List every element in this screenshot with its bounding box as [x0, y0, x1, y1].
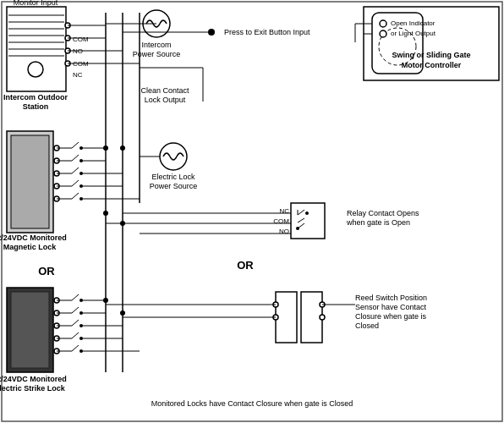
- svg-text:OR: OR: [38, 265, 55, 277]
- svg-point-144: [120, 146, 125, 151]
- svg-point-24: [208, 29, 215, 36]
- svg-text:12/24VDC Monitored: 12/24VDC Monitored: [0, 233, 67, 242]
- svg-rect-91: [291, 203, 325, 239]
- svg-point-29: [380, 30, 386, 37]
- svg-text:NC: NC: [73, 71, 83, 79]
- svg-text:Power Source: Power Source: [150, 182, 198, 190]
- svg-text:Closure when gate is: Closure when gate is: [355, 312, 427, 321]
- svg-text:NC: NC: [279, 207, 289, 215]
- svg-text:OR: OR: [237, 259, 254, 272]
- svg-text:COM: COM: [273, 217, 289, 225]
- svg-text:12/24VDC Monitored: 12/24VDC Monitored: [0, 375, 67, 383]
- svg-text:Intercom: Intercom: [141, 41, 171, 49]
- svg-text:COM: COM: [73, 36, 89, 43]
- svg-point-147: [103, 298, 108, 303]
- svg-text:Electric Strike Lock: Electric Strike Lock: [0, 384, 66, 393]
- svg-rect-60: [11, 292, 49, 368]
- svg-point-9: [28, 62, 43, 77]
- svg-text:Magnetic Lock: Magnetic Lock: [3, 243, 58, 251]
- wiring-diagram: Monitor Input COM NO COM NC Intercom Out…: [0, 0, 504, 423]
- svg-text:Electric Lock: Electric Lock: [151, 173, 195, 181]
- svg-text:or Light Output: or Light Output: [391, 30, 436, 37]
- svg-text:Relay Contact Opens: Relay Contact Opens: [347, 209, 419, 217]
- svg-text:Swing or Sliding Gate: Swing or Sliding Gate: [392, 51, 470, 59]
- svg-text:Press to Exit Button Input: Press to Exit Button Input: [224, 28, 310, 36]
- svg-text:when gate is Open: when gate is Open: [346, 218, 410, 227]
- svg-point-145: [103, 211, 108, 216]
- svg-point-143: [103, 146, 108, 151]
- svg-text:Clean Contact: Clean Contact: [140, 86, 189, 95]
- svg-point-106: [320, 315, 325, 320]
- svg-text:NO: NO: [279, 228, 289, 235]
- svg-text:Reed Switch Position: Reed Switch Position: [355, 294, 427, 302]
- svg-text:Closed: Closed: [355, 321, 379, 330]
- svg-text:Open Indicator: Open Indicator: [391, 19, 436, 27]
- svg-rect-35: [11, 135, 49, 228]
- svg-point-94: [305, 212, 309, 215]
- svg-text:Motor Controller: Motor Controller: [402, 61, 462, 69]
- svg-text:Sensor have Contact: Sensor have Contact: [355, 303, 427, 311]
- svg-point-148: [120, 310, 125, 316]
- svg-point-28: [380, 20, 386, 27]
- svg-text:Lock Output: Lock Output: [145, 96, 186, 104]
- svg-text:Station: Station: [23, 102, 49, 111]
- svg-point-146: [120, 221, 125, 226]
- svg-text:Intercom Outdoor: Intercom Outdoor: [3, 93, 68, 102]
- svg-text:Monitored Locks have Contact C: Monitored Locks have Contact Closure whe…: [151, 399, 353, 408]
- svg-text:Monitor Input: Monitor Input: [14, 0, 58, 7]
